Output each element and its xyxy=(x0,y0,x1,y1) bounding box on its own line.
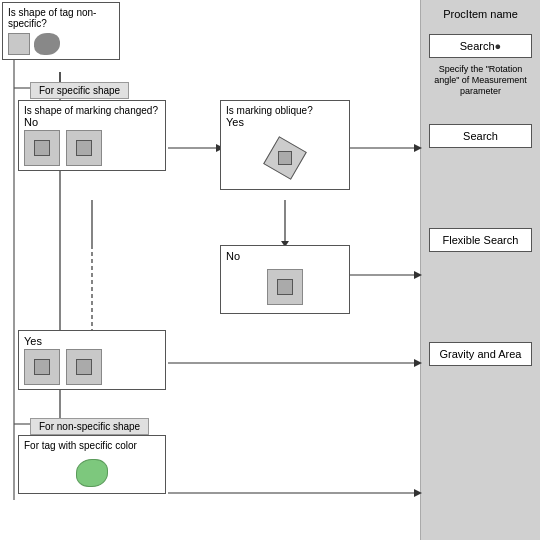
yes-inner-sq-small-right xyxy=(76,359,92,375)
proc-item-flexible-search[interactable]: Flexible Search xyxy=(429,228,532,252)
for-specific-label: For specific shape xyxy=(30,82,129,99)
non-specific-box: For tag with specific color xyxy=(18,435,166,494)
marking-no-label: No xyxy=(24,116,160,128)
non-specific-tag-label: For tag with specific color xyxy=(24,440,160,451)
single-sq xyxy=(267,269,303,305)
proc-item-search1[interactable]: Search● xyxy=(429,34,532,58)
inner-sq-right xyxy=(66,130,102,166)
shape-icons xyxy=(8,33,114,55)
oblique-box: Is marking oblique? Yes xyxy=(220,100,350,190)
oblique-question-text: Is marking oblique? xyxy=(226,105,344,116)
single-sq-container xyxy=(226,264,344,309)
panel-title: ProcItem name xyxy=(421,0,540,28)
single-sq-inner xyxy=(277,279,293,295)
yes-two-squares xyxy=(24,349,160,385)
right-panel: ProcItem name Search● Specify the "Rotat… xyxy=(420,0,540,540)
diagram-container: ProcItem name Search● Specify the "Rotat… xyxy=(0,0,540,540)
dot-indicator: ● xyxy=(495,40,502,52)
proc-item-gravity-area[interactable]: Gravity and Area xyxy=(429,342,532,366)
inner-sq-small-right xyxy=(76,140,92,156)
search1-label: Search xyxy=(460,40,495,52)
green-blob-container xyxy=(24,455,160,489)
marking-yes-label: Yes xyxy=(24,335,160,347)
search2-label: Search xyxy=(463,130,498,142)
marking-box: Is shape of marking changed? No xyxy=(18,100,166,171)
yes-changed-box: Yes xyxy=(18,330,166,390)
inner-sq-left xyxy=(24,130,60,166)
rotated-sq-container xyxy=(226,130,344,185)
for-non-specific-label: For non-specific shape xyxy=(30,418,149,435)
search1-note: Specify the "Rotation angle" of Measurem… xyxy=(429,64,532,96)
two-squares xyxy=(24,130,160,166)
inner-sq-small-left xyxy=(34,140,50,156)
marking-question-text: Is shape of marking changed? xyxy=(24,105,160,116)
green-blob-icon xyxy=(76,459,108,487)
square-icon xyxy=(8,33,30,55)
no-oblique-box: No xyxy=(220,245,350,314)
top-question-box: Is shape of tag non-specific? xyxy=(2,2,120,60)
rotated-square xyxy=(263,136,307,180)
rotated-square-inner xyxy=(278,151,292,165)
gravity-area-label: Gravity and Area xyxy=(440,348,522,360)
blob-icon xyxy=(34,33,60,55)
yes-inner-sq-left xyxy=(24,349,60,385)
top-question-text: Is shape of tag non-specific? xyxy=(8,7,114,29)
yes-inner-sq-right xyxy=(66,349,102,385)
oblique-yes-label: Yes xyxy=(226,116,344,128)
proc-item-search2[interactable]: Search xyxy=(429,124,532,148)
yes-inner-sq-small-left xyxy=(34,359,50,375)
oblique-no-label: No xyxy=(226,250,344,262)
flexible-search-label: Flexible Search xyxy=(443,234,519,246)
